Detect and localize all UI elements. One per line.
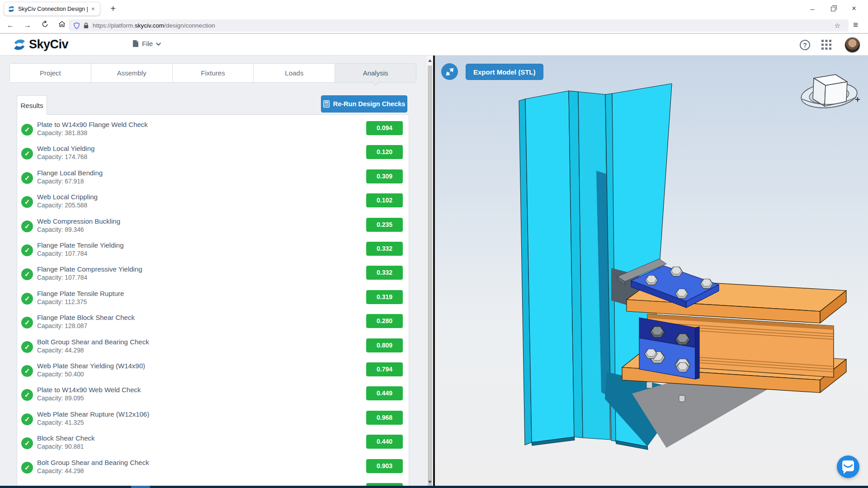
result-row[interactable]: ✓Flange Plate Tensile YieldingCapacity: … (17, 240, 409, 264)
brand-name: SkyCiv (29, 38, 68, 52)
result-capacity: Capacity: 89.346 (37, 226, 84, 233)
result-name: Plate to W14x90 Flange Weld Check (37, 121, 148, 128)
tab-loads[interactable]: Loads (254, 64, 335, 82)
result-row[interactable]: ✓Web Plate Shear Rupture (W12x106)Capaci… (17, 409, 409, 433)
utilization-ratio-badge: 0.332 (366, 242, 403, 256)
home-button[interactable] (55, 21, 69, 29)
utilization-ratio-badge: 0.280 (366, 314, 403, 328)
window-close-button[interactable]: × (844, 4, 864, 13)
browser-toolbar: ← → https://platform.skyciv.com/design/c… (0, 17, 868, 34)
export-model-label: Export Model (STL) (473, 68, 536, 76)
browser-tab[interactable]: SkyCiv Connection Design | Sky × (4, 2, 100, 16)
check-pass-icon: ✓ (21, 196, 33, 208)
utilization-ratio-badge: 0.449 (366, 386, 403, 400)
check-pass-icon: ✓ (21, 221, 33, 232)
restore-icon (831, 7, 835, 11)
reload-icon (42, 21, 48, 28)
result-name: Flange Plate Block Shear Check (37, 314, 135, 321)
result-capacity: Capacity: 128.087 (37, 323, 87, 329)
result-name: Plate to W14x90 Web Weld Check (37, 386, 141, 394)
lock-icon (83, 22, 89, 29)
apps-grid-icon[interactable] (821, 39, 832, 50)
result-row[interactable]: ✓Web Compression BucklingCapacity: 89.34… (17, 216, 409, 240)
address-bar[interactable]: https://platform.skyciv.com/design/conne… (69, 19, 849, 32)
result-capacity: Capacity: 44.298 (37, 468, 84, 474)
scroll-down-arrow[interactable] (428, 481, 432, 483)
tab-fixtures[interactable]: Fixtures (173, 64, 254, 82)
user-avatar[interactable] (844, 37, 860, 53)
tab-project[interactable]: Project (10, 64, 91, 82)
window-restore-button[interactable] (823, 5, 844, 13)
check-pass-icon: ✓ (21, 365, 33, 377)
result-row[interactable]: ✓Flange Plate Block Shear CheckCapacity:… (17, 312, 409, 336)
connection-3d-model[interactable] (435, 56, 868, 488)
result-capacity: Capacity: 107.784 (37, 250, 87, 257)
result-row[interactable]: ✓Plate to W14x90 Flange Weld CheckCapaci… (17, 119, 409, 143)
tab-assembly[interactable]: Assembly (91, 64, 173, 82)
fullscreen-toggle-button[interactable] (441, 63, 458, 80)
file-menu[interactable]: File (132, 40, 160, 47)
result-row[interactable]: ✓Flange Plate Tensile RuptureCapacity: 1… (17, 288, 409, 312)
result-name: Web Local Crippling (37, 193, 98, 201)
skyciv-logo[interactable]: SkyCiv (13, 38, 68, 52)
browser-window: SkyCiv Connection Design | Sky × + – × ←… (0, 0, 868, 488)
web-plate[interactable] (639, 318, 699, 379)
check-pass-icon: ✓ (21, 437, 33, 449)
result-name: Web Local Yielding (37, 145, 94, 152)
tab-close-icon[interactable]: × (91, 5, 95, 12)
rerun-design-checks-button[interactable]: Re-Run Design Checks (321, 95, 407, 113)
result-capacity: Capacity: 41.325 (37, 419, 84, 426)
calculator-icon (323, 100, 330, 108)
module-tabs: ProjectAssemblyFixturesLoadsAnalysis (9, 63, 416, 83)
url-text: https://platform.skyciv.com/design/conne… (93, 22, 215, 29)
panel-scrollbar[interactable] (426, 56, 433, 488)
tab-title: SkyCiv Connection Design | Sky (18, 6, 90, 12)
tab-results[interactable]: Results (17, 95, 47, 115)
new-tab-button[interactable]: + (107, 3, 119, 14)
bookmark-star-icon[interactable]: ☆ (835, 22, 840, 30)
result-row[interactable]: ✓Web Local YieldingCapacity: 174.7680.12… (17, 143, 409, 167)
export-model-button[interactable]: Export Model (STL) (466, 64, 543, 80)
result-row[interactable]: ✓Block Shear CheckCapacity: 90.8810.440 (17, 433, 409, 457)
browser-tab-bar: SkyCiv Connection Design | Sky × + – × (0, 0, 868, 17)
scrollbar-thumb[interactable] (428, 66, 432, 488)
check-pass-icon: ✓ (21, 413, 33, 425)
result-row[interactable]: ✓Bolt Group Shear and Bearing CheckCapac… (17, 337, 409, 361)
result-capacity: Capacity: 89.095 (37, 395, 84, 402)
model-viewport[interactable]: Export Model (STL) (435, 56, 868, 488)
skyciv-favicon (8, 5, 15, 13)
utilization-ratio-badge: 0.120 (366, 145, 403, 159)
reload-button[interactable] (38, 21, 52, 29)
utilization-ratio-badge: 0.794 (366, 362, 403, 376)
browser-menu-icon[interactable]: ≡ (853, 20, 858, 30)
tracking-shield-icon (73, 22, 80, 29)
utilization-ratio-badge: 0.235 (366, 218, 403, 232)
view-cube[interactable] (813, 75, 847, 106)
back-button[interactable]: ← (4, 21, 17, 29)
help-button[interactable]: ? (800, 40, 810, 50)
check-pass-icon: ✓ (21, 462, 33, 474)
scroll-up-arrow[interactable] (428, 59, 432, 62)
result-row[interactable]: ✓Bolt Group Shear and Bearing CheckCapac… (17, 457, 409, 481)
utilization-ratio-badge: 0.094 (366, 121, 403, 135)
result-row[interactable]: ✓Plate to W14x90 Web Weld CheckCapacity:… (17, 385, 409, 408)
result-capacity: Capacity: 174.768 (37, 154, 87, 160)
forward-button[interactable]: → (21, 21, 34, 29)
result-name: Bolt Group Shear and Bearing Check (37, 459, 149, 466)
utilization-ratio-badge: 0.809 (366, 338, 403, 352)
window-minimize-button[interactable]: – (802, 5, 823, 13)
result-row[interactable]: ✓Web Local CripplingCapacity: 205.5880.1… (17, 192, 409, 216)
check-pass-icon: ✓ (21, 317, 33, 328)
bottom-strip (0, 486, 868, 488)
zoom-plus-icon[interactable] (855, 97, 860, 102)
result-row[interactable]: ✓Flange Local BendingCapacity: 67.9180.3… (17, 168, 409, 192)
check-pass-icon: ✓ (21, 124, 33, 136)
result-row[interactable]: ✓Web Plate Shear Yielding (W14x90)Capaci… (17, 361, 409, 385)
result-name: Block Shear Check (37, 434, 95, 442)
chat-launcher[interactable] (837, 455, 859, 478)
result-capacity: Capacity: 90.881 (37, 443, 84, 450)
result-name: Web Plate Shear Yielding (W14x90) (37, 362, 145, 370)
rerun-label: Re-Run Design Checks (333, 100, 406, 108)
utilization-ratio-badge: 0.319 (366, 290, 403, 304)
result-row[interactable]: ✓Flange Plate Compressive YieldingCapaci… (17, 264, 409, 288)
